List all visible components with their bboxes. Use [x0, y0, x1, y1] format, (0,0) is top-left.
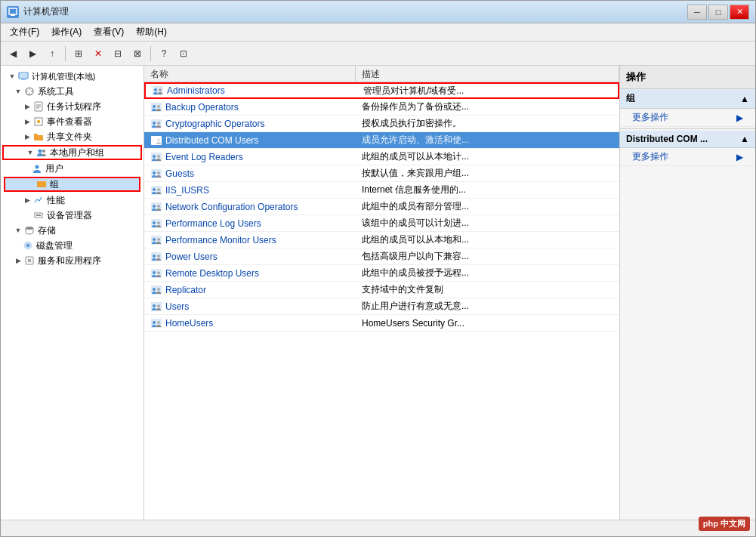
title-bar: 计算机管理 ─ □ ✕ [1, 1, 755, 23]
list-row[interactable]: Guests按默认值，来宾跟用户组... [144, 165, 619, 182]
help-button[interactable]: ? [155, 45, 173, 63]
show-hide-button[interactable]: ⊞ [69, 45, 88, 63]
main-window: 计算机管理 ─ □ ✕ 文件(F) 操作(A) 查看(V) 帮助(H) ◀ ▶ … [0, 0, 756, 537]
tree-event-viewer[interactable]: ▶ 事件查看器 [1, 114, 143, 129]
tree-perf[interactable]: ▶ 性能 [1, 193, 143, 208]
svg-point-70 [153, 321, 156, 324]
tree-services[interactable]: ▶ 服务和应用程序 [1, 253, 143, 268]
actions-more-ops-1[interactable]: 更多操作 ▶ [620, 109, 755, 127]
menu-action[interactable]: 操作(A) [45, 24, 88, 40]
menu-help[interactable]: 帮助(H) [130, 24, 173, 40]
list-row[interactable]: IIS_IUSRSInternet 信息服务使用的... [144, 182, 619, 199]
actions-more-ops-2[interactable]: 更多操作 ▶ [620, 148, 755, 166]
tree-local-users[interactable]: ▼ 本地用户和组 [2, 145, 142, 160]
list-row[interactable]: Distributed COM Users成员允许启动、激活和使... [144, 132, 619, 149]
tree-disk-mgmt[interactable]: 磁盘管理 [1, 238, 143, 253]
list-row-name-text: Guests [165, 168, 194, 179]
storage-label: 存储 [38, 224, 56, 237]
shared-expand[interactable]: ▶ [22, 131, 32, 142]
tree-root[interactable]: ▼ 计算机管理(本地) [1, 69, 143, 84]
tree-storage[interactable]: ▼ 存储 [1, 223, 143, 238]
list-row-name-text: Power Users [165, 252, 218, 262]
menu-view[interactable]: 查看(V) [88, 24, 130, 40]
svg-point-15 [37, 120, 40, 123]
svg-point-49 [153, 205, 156, 208]
actions-group-header[interactable]: 组 ▲ [620, 89, 755, 109]
svg-point-38 [158, 138, 160, 140]
list-row[interactable]: Performance Log Users该组中的成员可以计划进... [144, 215, 619, 232]
tree-groups[interactable]: 组 [4, 177, 140, 192]
col-name-header[interactable]: 名称 [144, 66, 356, 82]
svg-point-44 [158, 171, 160, 174]
up-button[interactable]: ↑ [43, 45, 61, 63]
svg-point-43 [153, 171, 156, 174]
list-cell-desc: 此组中的成员有部分管理... [356, 199, 619, 214]
delete-button[interactable]: ✕ [89, 45, 107, 63]
toolbar: ◀ ▶ ↑ ⊞ ✕ ⊟ ⊠ ? ⊡ [1, 42, 755, 66]
services-expand[interactable]: ▶ [13, 255, 23, 266]
tree-task-sched[interactable]: ▶ 任务计划程序 [1, 99, 143, 114]
services-icon [23, 255, 35, 267]
list-row[interactable]: Cryptographic Operators授权成员执行加密操作。 [144, 116, 619, 132]
actions-sep [620, 128, 755, 129]
storage-expand[interactable]: ▼ [13, 225, 23, 236]
list-row[interactable]: Event Log Readers此组的成员可以从本地计... [144, 149, 619, 165]
actions-more-ops-1-label: 更多操作 [632, 111, 668, 124]
list-row[interactable]: Replicator支持域中的文件复制 [144, 282, 619, 298]
list-cell-desc: 成员允许启动、激活和使... [356, 132, 619, 148]
groups-label: 组 [50, 178, 59, 191]
properties-button[interactable]: ⊟ [109, 45, 127, 63]
list-row-name-text: Network Configuration Operators [165, 202, 298, 212]
list-row[interactable]: Backup Operators备份操作员为了备份或还... [144, 99, 619, 116]
svg-point-41 [158, 155, 160, 157]
tree-shared-folders[interactable]: ▶ 共享文件夹 [1, 129, 143, 144]
list-row[interactable]: Administrators管理员对计算机/域有受... [144, 82, 619, 99]
list-row[interactable]: Remote Desktop Users此组中的成员被授予远程... [144, 265, 619, 282]
device-expand[interactable] [22, 210, 32, 221]
svg-point-65 [158, 288, 160, 290]
export-button[interactable]: ⊡ [174, 45, 193, 63]
svg-point-59 [158, 255, 160, 257]
tree-users[interactable]: 用户 [1, 161, 143, 176]
list-row[interactable]: Performance Monitor Users此组的成员可以从本地和... [144, 232, 619, 248]
list-row[interactable]: HomeUsersHomeUsers Security Gr... [144, 315, 619, 332]
actions-dist-header[interactable]: Distributed COM ... ▲ [620, 131, 755, 148]
event-expand[interactable]: ▶ [22, 116, 32, 127]
group-row-icon [150, 284, 162, 296]
actions-group-title: 组 [626, 92, 635, 105]
new-window-button[interactable]: ⊠ [128, 45, 147, 63]
perf-expand[interactable]: ▶ [22, 195, 32, 205]
list-cell-name: Administrators [146, 83, 357, 98]
list-cell-desc: 支持域中的文件复制 [356, 282, 619, 298]
list-cell-name: Performance Log Users [144, 216, 356, 231]
list-row[interactable]: Users防止用户进行有意或无意... [144, 298, 619, 315]
col-desc-header[interactable]: 描述 [356, 66, 619, 82]
list-row[interactable]: Network Configuration Operators此组中的成员有部分… [144, 199, 619, 215]
sys-tools-expand[interactable]: ▼ [13, 86, 23, 97]
local-users-expand[interactable]: ▼ [25, 147, 35, 158]
svg-point-21 [26, 227, 33, 230]
svg-point-53 [158, 221, 160, 224]
minimize-button[interactable]: ─ [687, 5, 707, 20]
group-row-icon [150, 317, 162, 329]
list-cell-name: Guests [144, 166, 356, 181]
root-expand-icon[interactable]: ▼ [7, 71, 17, 82]
list-cell-desc: 授权成员执行加密操作。 [356, 116, 619, 131]
tree-device-mgr[interactable]: 设备管理器 [1, 208, 143, 223]
tree-sys-tools[interactable]: ▼ 系统工具 [1, 84, 143, 99]
menu-file[interactable]: 文件(F) [4, 24, 45, 40]
list-row-name-text: IIS_IUSRS [165, 185, 209, 196]
svg-point-52 [153, 221, 156, 224]
list-row[interactable]: Power Users包括高级用户以向下兼容... [144, 248, 619, 265]
svg-point-32 [158, 105, 160, 107]
close-button[interactable]: ✕ [730, 5, 749, 20]
maximize-button[interactable]: □ [708, 5, 728, 20]
list-row-name-text: Users [165, 301, 189, 312]
forward-button[interactable]: ▶ [23, 45, 42, 63]
task-expand[interactable]: ▶ [22, 101, 32, 112]
group-row-icon [150, 267, 162, 279]
svg-point-40 [153, 155, 156, 158]
back-button[interactable]: ◀ [4, 45, 22, 63]
list-cell-name: Performance Monitor Users [144, 233, 356, 248]
actions-header: 操作 [620, 66, 755, 89]
